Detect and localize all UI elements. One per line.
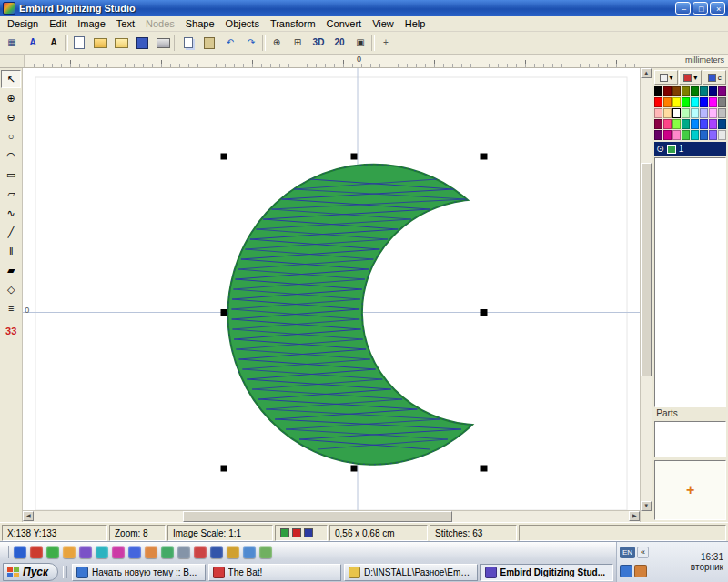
toolbar-button[interactable] [65,35,68,51]
menu-item[interactable]: Shape [180,17,220,30]
toolbar-button[interactable] [371,35,375,51]
maximize-button[interactable]: □ [693,2,708,15]
palette-swatch[interactable] [700,97,708,107]
palette-swatch[interactable] [691,97,699,107]
palette-swatch[interactable] [663,108,672,118]
tray-icon[interactable] [620,565,632,577]
redo-button[interactable]: ↷ [241,34,261,52]
quicklaunch-icon[interactable] [112,546,125,558]
menu-item[interactable]: Nodes [140,17,180,30]
palette-swatch[interactable] [672,86,681,96]
quicklaunch-icon[interactable] [243,546,256,558]
palette-swatch[interactable] [691,108,699,118]
quicklaunch-icon[interactable] [96,546,108,558]
palette-swatch[interactable] [663,97,672,107]
tray-icon[interactable] [634,565,647,577]
palette-swatch[interactable] [709,108,717,118]
palette-swatch[interactable] [718,130,726,140]
vertical-scroll-track[interactable] [641,78,652,501]
quicklaunch-icon[interactable] [14,546,26,558]
design-canvas[interactable]: 0 [23,68,640,510]
quicklaunch-icon[interactable] [227,546,239,558]
palette-swatch[interactable] [672,108,681,118]
palette-swatch[interactable] [682,86,690,96]
menu-item[interactable]: Transform [265,17,321,30]
clock[interactable]: 16:31 вторник [649,543,725,581]
status-icon[interactable] [292,528,301,537]
undo-button[interactable]: ↶ [220,34,240,52]
freehand-tool[interactable]: ∿ [1,204,21,222]
palette-swatch[interactable] [700,86,708,96]
palette-swatch[interactable] [718,86,726,96]
menu-item[interactable]: Edit [44,17,72,30]
palette-swatch[interactable] [718,97,726,107]
toolbar-grip[interactable] [63,566,67,578]
language-indicator[interactable]: EN [620,547,635,558]
taskbar-task-button[interactable]: D:\INSTALL\Разное\Embird [344,564,477,581]
taskbar-task-button[interactable]: Embird Digitizing Stud... [480,564,613,581]
new-file-button[interactable] [69,34,89,52]
polygon-tool[interactable]: ▱ [1,185,21,203]
select-tool[interactable]: ↖ [1,70,21,88]
palette-swatch[interactable] [709,86,717,96]
taskbar-task-button[interactable]: The Bat! [208,564,341,581]
print-button[interactable] [153,34,173,52]
quicklaunch-icon[interactable] [177,546,190,558]
palette-swatch[interactable] [718,119,726,129]
quicklaunch-icon[interactable] [194,546,207,558]
list-tool[interactable]: ≡ [1,299,21,317]
add-part-box[interactable]: + [654,460,726,520]
rectangle-tool[interactable]: ▭ [1,166,21,184]
palette-swatch[interactable] [654,130,662,140]
quicklaunch-icon[interactable] [210,546,223,558]
palette-swatch[interactable] [691,130,699,140]
toolbar-button[interactable] [262,35,266,51]
stitch-view-button[interactable]: 20 [329,34,349,52]
save-button[interactable] [132,34,152,52]
horizontal-scrollbar[interactable]: ◀ ▶ [23,510,640,522]
menu-item[interactable]: View [367,17,399,30]
status-icon[interactable] [280,528,289,537]
center-origin-button[interactable]: + [376,34,396,52]
toolbar-button[interactable] [174,35,177,51]
palette-swatch[interactable] [663,86,672,96]
palette-swatch[interactable] [654,86,662,96]
quicklaunch-icon[interactable] [128,546,141,558]
palette-swatch[interactable] [682,130,690,140]
palette-swatch[interactable] [663,119,672,129]
menu-item[interactable]: Objects [220,17,265,30]
merge-design-button[interactable] [111,34,131,52]
palette-swatch[interactable] [654,119,662,129]
letter-tool-button[interactable]: A [44,34,64,52]
node-edit-tool[interactable]: ◇ [1,280,21,298]
taskbar-task-button[interactable]: Начать новую тему :: В... [72,564,205,581]
grid-toggle-button[interactable]: ⊞ [288,34,308,52]
palette-swatch[interactable] [654,97,662,107]
ellipse-tool[interactable]: ○ [1,127,21,146]
palette-swatch[interactable] [700,130,708,140]
fill-tool[interactable]: ▰ [1,261,21,279]
design-grid-button[interactable]: ▦ [2,34,22,52]
horizontal-scroll-track[interactable] [34,511,629,522]
palette-swatch[interactable] [709,97,717,107]
paste-button[interactable] [199,34,219,52]
menu-item[interactable]: Convert [321,17,368,30]
palette-swatch[interactable] [672,119,681,129]
quicklaunch-icon[interactable] [145,546,157,558]
zoom-out-tool[interactable]: ⊖ [1,108,21,126]
palette-swatch[interactable] [682,97,690,107]
parts-list-box[interactable] [654,421,726,457]
palette-swatch[interactable] [691,119,699,129]
zoom-in-tool[interactable]: ⊕ [1,89,21,107]
text-mode-button[interactable]: A [23,34,43,52]
palette-swatch[interactable] [663,130,672,140]
palette-swatch[interactable] [672,130,681,140]
tray-collapse-button[interactable]: « [637,547,649,558]
open-file-button[interactable] [90,34,110,52]
status-icon[interactable] [304,528,313,537]
palette-swatch[interactable] [691,86,699,96]
toolbar-grip[interactable] [5,546,9,558]
vertical-scroll-thumb[interactable] [641,163,652,376]
zoom-button[interactable]: ⊕ [267,34,287,52]
palette-swatch[interactable] [709,130,717,140]
